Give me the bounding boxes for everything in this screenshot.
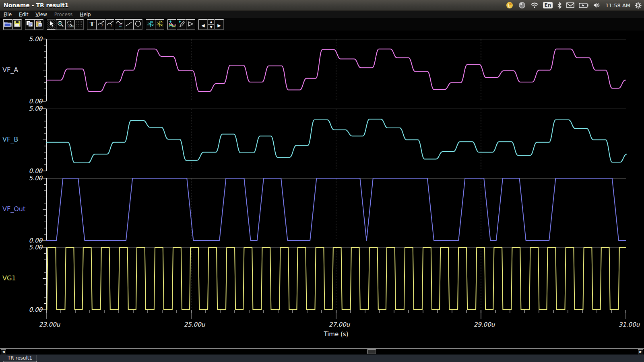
- trace-label-vf_a: VF_A: [2, 66, 43, 74]
- xtick-label-31.00u: 31.00u: [611, 321, 644, 328]
- xtick-label-23.00u: 23.00u: [31, 321, 68, 328]
- menubar: FileEditViewProcessHelp: [0, 11, 644, 18]
- waveform-chart: VF_A5.000.00VF_B5.000.00VF_Out5.000.00VG…: [0, 31, 644, 348]
- time-axis: [38, 310, 628, 322]
- text-icon: T: [89, 21, 95, 29]
- session-gear-icon[interactable]: [635, 2, 642, 9]
- panel-vf_a[interactable]: [38, 38, 628, 102]
- trace-label-vf_b: VF_B: [2, 136, 43, 143]
- svg-text:b: b: [160, 21, 162, 24]
- trace-label-vg1: VG1: [2, 274, 43, 282]
- add-curve-button[interactable]: [167, 19, 177, 30]
- run-button[interactable]: [186, 19, 195, 30]
- paste-button[interactable]: [34, 19, 43, 30]
- status-orb-icon[interactable]: [518, 1, 526, 9]
- panel-vg1[interactable]: [38, 247, 628, 311]
- battery-icon[interactable]: [579, 3, 588, 8]
- trace-vf_b: [46, 119, 627, 163]
- svg-text:100%: 100%: [67, 25, 74, 27]
- wifi-icon[interactable]: [530, 2, 539, 8]
- legend-button[interactable]: [115, 19, 124, 30]
- application-window: Noname - TR result1 En: [0, 0, 644, 362]
- cursb-icon: b: [156, 21, 163, 29]
- toolbar-group: [3, 19, 22, 30]
- grid-button[interactable]: [74, 19, 84, 30]
- svg-text:T: T: [90, 21, 95, 27]
- open-button[interactable]: [3, 19, 12, 30]
- toolbar-group: ◀▲▼▶: [198, 19, 224, 30]
- window-title: Noname - TR result1: [4, 2, 69, 8]
- copy-icon: [26, 21, 33, 29]
- open-icon: [4, 21, 12, 29]
- scroll-left-button[interactable]: ◀: [198, 19, 208, 30]
- cursor-a-button[interactable]: a: [146, 19, 155, 30]
- trace-label-vf_out: VF_Out: [2, 205, 43, 213]
- menu-item-help[interactable]: Help: [76, 11, 94, 18]
- cursor-tool-button[interactable]: [47, 19, 56, 30]
- menu-item-edit[interactable]: Edit: [15, 11, 32, 18]
- panel-vf_b[interactable]: [38, 108, 628, 172]
- page-spinner[interactable]: ▲▼: [208, 19, 215, 30]
- text-tool-button[interactable]: T: [87, 19, 96, 30]
- circle-icon: [135, 21, 141, 29]
- cursa-icon: a: [147, 21, 154, 29]
- probe-button[interactable]: [177, 19, 186, 30]
- toolbar: 100%TT?ab◀▲▼▶: [0, 18, 644, 31]
- scroll-right-button[interactable]: ▶: [215, 19, 224, 30]
- system-tray: En 11:58 AM: [506, 0, 642, 10]
- clock-label[interactable]: 11:58 AM: [605, 2, 630, 8]
- messaging-icon[interactable]: [506, 1, 514, 9]
- zoomout-icon: 100%: [66, 21, 74, 29]
- navleft-icon: ◀: [201, 21, 204, 29]
- menu-item-view[interactable]: View: [32, 11, 50, 18]
- grid-icon: [76, 21, 83, 29]
- label-curve-button[interactable]: T: [96, 19, 105, 30]
- cursor-b-button[interactable]: b: [155, 19, 164, 30]
- zoomin-icon: [57, 21, 64, 29]
- scrollbar-thumb[interactable]: [367, 349, 376, 354]
- menu-item-file[interactable]: File: [0, 11, 15, 18]
- save-icon: [14, 21, 21, 29]
- scrollbar-right-arrow[interactable]: ▶: [638, 349, 643, 354]
- menu-item-process[interactable]: Process: [51, 11, 76, 18]
- toolbar-group: [25, 19, 43, 30]
- titlebar: Noname - TR result1 En: [0, 0, 644, 11]
- zoom-100-button[interactable]: 100%: [65, 19, 74, 30]
- line-icon: [125, 21, 132, 29]
- navright-icon: ▶: [217, 21, 221, 29]
- addcurves-icon: [169, 21, 176, 29]
- circle-tool-button[interactable]: [133, 19, 142, 30]
- paste-icon: [36, 21, 42, 29]
- spin-down-icon[interactable]: ▼: [208, 25, 215, 30]
- mail-icon[interactable]: [566, 2, 574, 8]
- probe-icon: [178, 21, 185, 29]
- horizontal-scrollbar[interactable]: ◀ ▶: [0, 348, 644, 355]
- line-tool-button[interactable]: [124, 19, 133, 30]
- xtick-label-25.00u: 25.00u: [176, 321, 213, 328]
- copy-button[interactable]: [25, 19, 34, 30]
- zoom-in-button[interactable]: [56, 19, 65, 30]
- spin-up-icon[interactable]: ▲: [208, 19, 215, 25]
- svg-text:T: T: [101, 24, 103, 27]
- save-button[interactable]: [12, 19, 22, 30]
- x-axis-title: Time (s): [296, 331, 376, 338]
- xtick-label-27.00u: 27.00u: [321, 321, 357, 328]
- wavearrow-q-icon: ?: [107, 21, 114, 29]
- tab-tr-result1[interactable]: TR result1: [3, 355, 37, 362]
- toolbar-group: 100%: [47, 19, 84, 30]
- waveeq-icon: [116, 21, 123, 29]
- toolbar-group: ab: [146, 19, 164, 30]
- keyboard-indicator[interactable]: En: [543, 2, 553, 8]
- panel-vf_out[interactable]: [38, 177, 628, 241]
- xtick-label-29.00u: 29.00u: [466, 321, 502, 328]
- cursor-icon: [49, 21, 54, 29]
- bluetooth-icon[interactable]: [557, 2, 562, 9]
- svg-text:?: ?: [110, 24, 112, 27]
- toolbar-group: [167, 19, 195, 30]
- tab-bar: TR result1: [0, 354, 644, 362]
- run-icon: [188, 21, 194, 29]
- scrollbar-left-arrow[interactable]: ◀: [1, 349, 6, 354]
- query-curve-button[interactable]: ?: [105, 19, 115, 30]
- volume-icon[interactable]: [593, 2, 601, 8]
- svg-text:a: a: [151, 21, 153, 24]
